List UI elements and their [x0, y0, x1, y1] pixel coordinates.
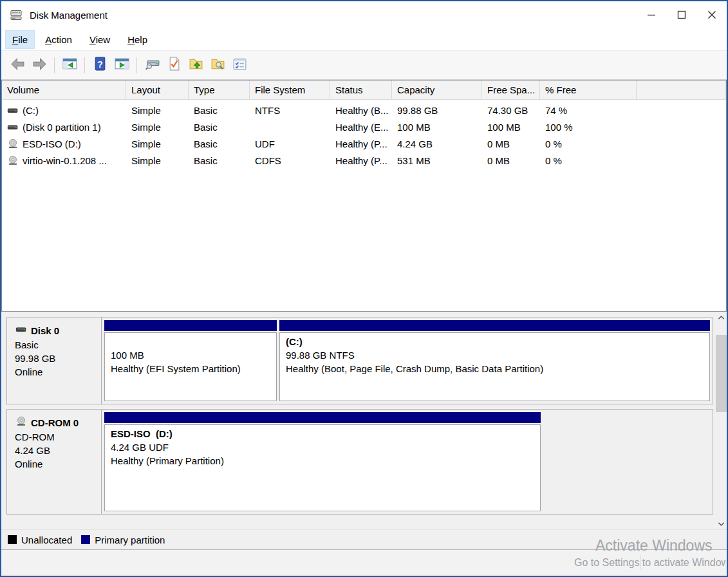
scrollbar-thumb[interactable]: [716, 335, 727, 412]
rescan-drive-button[interactable]: [141, 54, 163, 76]
scroll-up-button[interactable]: [716, 312, 727, 323]
cell-text: 99.88 GB: [397, 105, 438, 116]
cell-text: Healthy (B...: [335, 105, 389, 116]
volume-list-body: (C:)SimpleBasicNTFSHealthy (B...99.88 GB…: [2, 100, 726, 311]
cell-free-spa-: 100 MB: [482, 122, 540, 133]
partition-block[interactable]: 100 MBHealthy (EFI System Partition): [104, 320, 277, 401]
cell-text: 0 MB: [487, 138, 510, 149]
menu-file[interactable]: File: [5, 30, 35, 49]
volume-row[interactable]: ESD-ISO (D:)SimpleBasicUDFHealthy (P...4…: [2, 135, 726, 152]
column-header-label: File System: [255, 84, 305, 95]
column-header-status[interactable]: Status: [330, 80, 392, 99]
action-pane-button[interactable]: [111, 54, 133, 76]
column-header-label: Type: [194, 84, 215, 95]
app-icon[interactable]: [9, 8, 23, 21]
partition-size: 99.88 GB NTFS: [286, 348, 704, 362]
toolbar-separator: [136, 57, 137, 73]
column-header-volume[interactable]: Volume: [2, 80, 126, 99]
volume-row[interactable]: virtio-win-0.1.208 ...SimpleBasicCDFSHea…: [2, 152, 726, 169]
cell-text: 4.24 GB: [397, 138, 433, 149]
back-button[interactable]: [6, 54, 28, 76]
cell-capacity: 100 MB: [392, 122, 482, 133]
cell-text: 100 MB: [397, 122, 431, 133]
cell-status: Healthy (P...: [330, 138, 392, 149]
help-icon: ?: [92, 56, 108, 74]
cell-free-spa-: 0 MB: [482, 155, 540, 166]
menu-view[interactable]: View: [82, 30, 117, 49]
cell-type: Basic: [189, 138, 250, 149]
task-list-icon: [232, 56, 248, 74]
volume-row[interactable]: (Disk 0 partition 1)SimpleBasicHealthy (…: [2, 118, 726, 135]
disk-info-line: Basic: [15, 338, 97, 352]
cell-text: 74 %: [545, 105, 567, 116]
vertical-scrollbar[interactable]: [716, 312, 727, 529]
folder-up-icon: [188, 56, 204, 74]
disk-header-card[interactable]: Disk 0Basic99.98 GBOnline: [7, 317, 102, 404]
check-document-button[interactable]: [163, 54, 185, 76]
column-header--free[interactable]: % Free: [540, 80, 637, 99]
forward-button[interactable]: [28, 54, 50, 76]
minimize-button[interactable]: [636, 1, 666, 28]
column-header-free-spa-[interactable]: Free Spa...: [482, 80, 540, 99]
cell-text: Basic: [194, 155, 218, 166]
folder-up-button[interactable]: [185, 54, 207, 76]
partition-title: (C:): [286, 335, 704, 348]
menu-help[interactable]: Help: [120, 30, 154, 49]
cell-file-system: UDF: [250, 138, 330, 149]
cell-text: Simple: [131, 122, 161, 133]
cell-text: Basic: [194, 122, 218, 133]
task-list-button[interactable]: [229, 54, 250, 76]
cell-text: 100 MB: [487, 122, 521, 133]
volume-row[interactable]: (C:)SimpleBasicNTFSHealthy (B...99.88 GB…: [2, 102, 726, 118]
legend-swatch: [8, 535, 17, 544]
maximize-button[interactable]: [666, 1, 696, 28]
cell--free: 0 %: [540, 138, 637, 149]
partition-block[interactable]: ESD-ISO (D:)4.24 GB UDFHealthy (Primary …: [104, 412, 541, 511]
cell-text: Healthy (E...: [335, 122, 389, 133]
partition-status: Healthy (Boot, Page File, Crash Dump, Ba…: [286, 362, 704, 375]
disk-name: CD-ROM 0: [15, 416, 97, 429]
cell-text: Healthy (P...: [335, 138, 387, 149]
menu-action[interactable]: Action: [38, 30, 79, 49]
column-header-layout[interactable]: Layout: [126, 80, 189, 99]
console-tree-button[interactable]: [59, 54, 80, 76]
partition-title: [111, 335, 270, 348]
title-bar: Disk Management: [1, 1, 727, 28]
cell-capacity: 4.24 GB: [392, 138, 482, 149]
cell-status: Healthy (E...: [330, 122, 392, 133]
column-header-label: % Free: [545, 84, 576, 95]
disk-info-line: Online: [15, 457, 97, 471]
scroll-down-button[interactable]: [716, 518, 727, 529]
cell-volume: virtio-win-0.1.208 ...: [2, 155, 126, 166]
menu-bar: FileActionViewHelp: [1, 28, 727, 50]
cell-volume: (Disk 0 partition 1): [2, 122, 126, 133]
cell-text: 0 MB: [487, 155, 510, 166]
cell-text: ESD-ISO (D:): [23, 138, 81, 149]
column-header-file-system[interactable]: File System: [250, 80, 330, 99]
menu-accelerator: V: [89, 34, 96, 45]
partition-block[interactable]: (C:)99.88 GB NTFSHealthy (Boot, Page Fil…: [279, 320, 710, 401]
cell--free: 100 %: [540, 122, 637, 133]
cell--free: 0 %: [540, 155, 637, 166]
disk-name: Disk 0: [15, 324, 97, 337]
status-bar: [1, 550, 727, 576]
cell-text: Basic: [194, 138, 218, 149]
disk-header-card[interactable]: CD-ROM 0CD-ROM4.24 GBOnline: [7, 410, 102, 514]
column-header-capacity[interactable]: Capacity: [392, 80, 482, 99]
folder-search-button[interactable]: [207, 54, 229, 76]
cell-text: 531 MB: [397, 155, 431, 166]
column-header-label: Layout: [131, 84, 160, 95]
column-header-type[interactable]: Type: [189, 80, 250, 99]
partition-color-bar: [104, 320, 277, 331]
help-button[interactable]: ?: [89, 54, 111, 76]
cell-layout: Simple: [126, 105, 189, 116]
cell-free-spa-: 74.30 GB: [482, 105, 540, 116]
column-header-label: Status: [335, 84, 363, 95]
legend-item: Unallocated: [8, 534, 72, 545]
cell-text: NTFS: [255, 105, 280, 116]
cell-text: UDF: [255, 138, 275, 149]
scrollbar-track[interactable]: [716, 323, 727, 518]
close-button[interactable]: [696, 1, 727, 28]
disk-rows: Disk 0Basic99.98 GBOnline100 MBHealthy (…: [1, 312, 716, 529]
partition-size: 4.24 GB UDF: [111, 440, 534, 454]
